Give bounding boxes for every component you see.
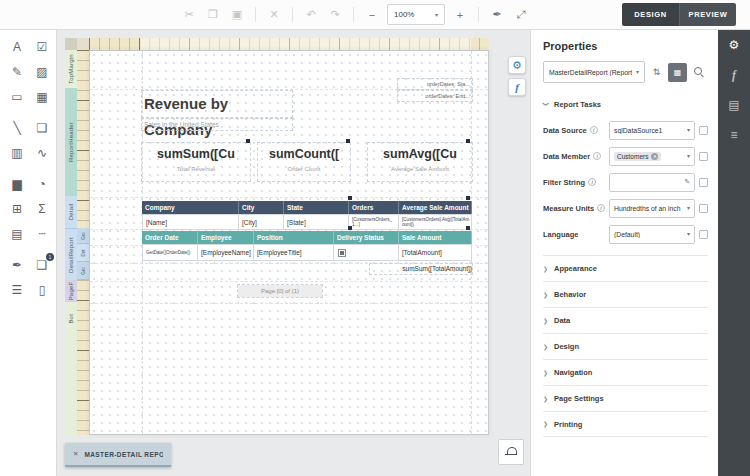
selection-handle[interactable] [466, 226, 470, 230]
vertical-ruler[interactable]: Gro Det Gro [77, 50, 89, 435]
table-of-contents-icon[interactable]: ☰ [6, 279, 28, 301]
preview-button[interactable]: PREVIEW [679, 3, 736, 26]
signature-icon[interactable]: ✒ [6, 254, 28, 276]
page-break-icon[interactable]: ┄ [31, 223, 53, 245]
section-design[interactable]: ❯ Design [543, 333, 708, 359]
column-header[interactable]: Delivery Status [334, 231, 399, 244]
element-select[interactable]: MasterDetailReport (Report) ▾ [543, 61, 645, 83]
report-title-label[interactable]: Revenue by Company [142, 91, 292, 117]
paste-icon[interactable]: ▣ [226, 4, 248, 26]
section-appearance[interactable]: ❯ Appearance [543, 255, 708, 281]
expressions-toggle-button[interactable]: f [508, 78, 526, 96]
selection-handle[interactable] [348, 226, 352, 230]
sort-icon[interactable]: ⇅ [647, 63, 666, 82]
selection-handle[interactable] [246, 139, 250, 143]
column-header[interactable]: Order Date [142, 231, 198, 244]
column-header[interactable]: Average Sale Amount [399, 201, 472, 214]
subreport-icon[interactable]: ❑ 1 [31, 254, 53, 276]
summary-order-count[interactable]: sumCount([ Order Count [258, 143, 350, 181]
zoom-select[interactable]: 100% ▾ [387, 4, 445, 25]
pivot-grid-icon[interactable]: ⊞ [6, 198, 28, 220]
detail-table[interactable]: Order Date Employee Position Delivery St… [142, 231, 472, 261]
close-icon[interactable]: ✕ [73, 450, 78, 458]
column-header[interactable]: Company [142, 201, 239, 214]
zoom-in-icon[interactable]: + [449, 4, 471, 26]
horizontal-ruler[interactable] [89, 38, 489, 50]
notifications-button[interactable] [498, 439, 524, 465]
selection-handle[interactable] [346, 139, 350, 143]
fullscreen-icon[interactable]: ⤢ [510, 4, 532, 26]
selection-handle[interactable] [466, 196, 470, 200]
picture-box-icon[interactable]: ▨ [31, 61, 53, 83]
property-checkbox[interactable] [699, 230, 708, 239]
property-checkbox[interactable] [699, 126, 708, 135]
report-page[interactable]: Revenue by Company Sales in the United S… [89, 50, 489, 435]
zoom-out-icon[interactable]: − [361, 4, 383, 26]
table-cell[interactable]: [EmployeeName] [198, 244, 254, 261]
report-explorer-icon[interactable]: ▤ [718, 90, 750, 120]
cut-icon[interactable]: ✂ [178, 4, 200, 26]
bar-code-icon[interactable]: ▥ [6, 142, 28, 164]
column-header[interactable]: State [284, 201, 349, 214]
check-box-icon[interactable]: ☑ [31, 36, 53, 58]
edit-icon[interactable]: ✎ [684, 178, 690, 186]
table-cell[interactable]: GetDate([OrderDate]) [142, 244, 198, 261]
summary-average-sale[interactable]: sumAvg([Cu Average Sale Amount [368, 143, 472, 181]
column-header[interactable]: Sale Amount [399, 231, 472, 244]
section-printing[interactable]: ❯ Printing [543, 411, 708, 437]
table-cell[interactable]: [Name] [142, 214, 239, 230]
property-checkbox[interactable] [699, 204, 708, 213]
design-canvas[interactable]: TopMargin ReportHeader Detail DetailRepo… [57, 30, 530, 476]
copy-icon[interactable]: ❐ [202, 4, 224, 26]
sub-band-groupfooter[interactable]: Gro [77, 262, 89, 280]
expressions-icon[interactable]: f [718, 60, 750, 90]
redo-icon[interactable]: ↷ [324, 4, 346, 26]
property-checkbox[interactable] [699, 178, 708, 187]
chart-icon[interactable]: ▆ [6, 173, 28, 195]
table-cell[interactable]: [CustomersOrders].Avg([TotalAmount]) [399, 214, 472, 230]
column-header[interactable]: City [239, 201, 284, 214]
cross-band-box-icon[interactable]: ▯ [31, 279, 53, 301]
band-pagefooter[interactable]: PageF [65, 280, 77, 302]
panel-icon[interactable]: ▭ [6, 86, 28, 108]
section-data[interactable]: ❯ Data [543, 307, 708, 333]
undo-icon[interactable]: ↶ [300, 4, 322, 26]
band-detailreport[interactable]: DetailReport [65, 228, 77, 280]
section-report-tasks[interactable]: ❯ Report Tasks [543, 95, 708, 113]
validate-icon[interactable]: ✒ [486, 4, 508, 26]
band-bottommargin[interactable]: Bot [65, 302, 77, 435]
column-header[interactable]: Position [254, 231, 334, 244]
table-cell[interactable]: [EmployeeTitle] [254, 244, 334, 261]
data-member-select[interactable]: Customers ✕ ▾ [609, 147, 695, 166]
selection-handle[interactable] [466, 139, 470, 143]
section-behavior[interactable]: ❯ Behavior [543, 281, 708, 307]
section-page-settings[interactable]: ❯ Page Settings [543, 385, 708, 411]
band-detail[interactable]: Detail [65, 196, 77, 228]
remove-icon[interactable]: ✕ [651, 153, 658, 160]
column-header[interactable]: Employee [198, 231, 254, 244]
gauge-icon[interactable]: ◔ [31, 173, 53, 195]
delete-icon[interactable]: ✕ [263, 4, 285, 26]
document-tab[interactable]: ✕ Master-Detail Report [65, 443, 171, 467]
master-table[interactable]: Company City State Orders Average Sale A… [142, 201, 472, 230]
field-list-icon[interactable]: ≡ [718, 120, 750, 150]
language-select[interactable]: (Default) ▾ [609, 225, 695, 244]
design-button[interactable]: DESIGN [622, 3, 679, 26]
sub-band-detail[interactable]: Det [77, 244, 89, 262]
sparkline-icon[interactable]: ∿ [31, 142, 53, 164]
table-cell[interactable]: [CustomersOrders_1...] [349, 214, 399, 230]
band-reportheader[interactable]: ReportHeader [65, 88, 77, 196]
table-cell[interactable]: [City] [239, 214, 284, 230]
selection-handle[interactable] [348, 196, 352, 200]
sub-band-groupheader[interactable]: Gro [77, 228, 89, 244]
parameter-label[interactable]: orderDates: End... [398, 91, 472, 101]
table-icon[interactable]: ▦ [31, 86, 53, 108]
rich-text-icon[interactable]: ✎ [6, 61, 28, 83]
table-cell[interactable]: [State] [284, 214, 349, 230]
category-view-icon[interactable]: ▦ [668, 63, 687, 82]
filter-string-input[interactable]: ✎ [609, 173, 695, 192]
properties-toggle-button[interactable]: ⚙ [508, 56, 526, 74]
group-footer-expression[interactable]: sumSum([TotalAmount]) [370, 264, 472, 274]
page-info-control[interactable]: Page [0] of (1) [238, 285, 322, 297]
gear-icon[interactable]: ⚙ [718, 30, 750, 60]
